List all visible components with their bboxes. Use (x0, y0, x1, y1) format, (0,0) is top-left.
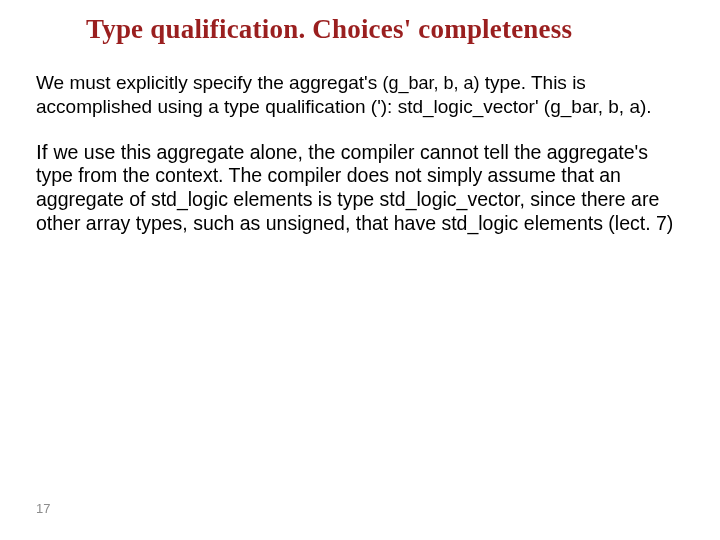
paragraph-1: We must explicitly specify the aggregat'… (36, 71, 684, 119)
paragraph-2: If we use this aggregate alone, the comp… (36, 139, 684, 236)
para2-lead: If (36, 140, 54, 163)
page-number: 17 (36, 501, 50, 516)
para1-code: (g_bar, b, a) (382, 73, 479, 93)
slide-title: Type qualification. Choices' completenes… (86, 14, 684, 45)
para2-body: we use this aggregate alone, the compile… (36, 141, 673, 234)
slide: Type qualification. Choices' completenes… (0, 0, 720, 540)
para1-text-a: We must explicitly specify the aggregat'… (36, 72, 382, 93)
